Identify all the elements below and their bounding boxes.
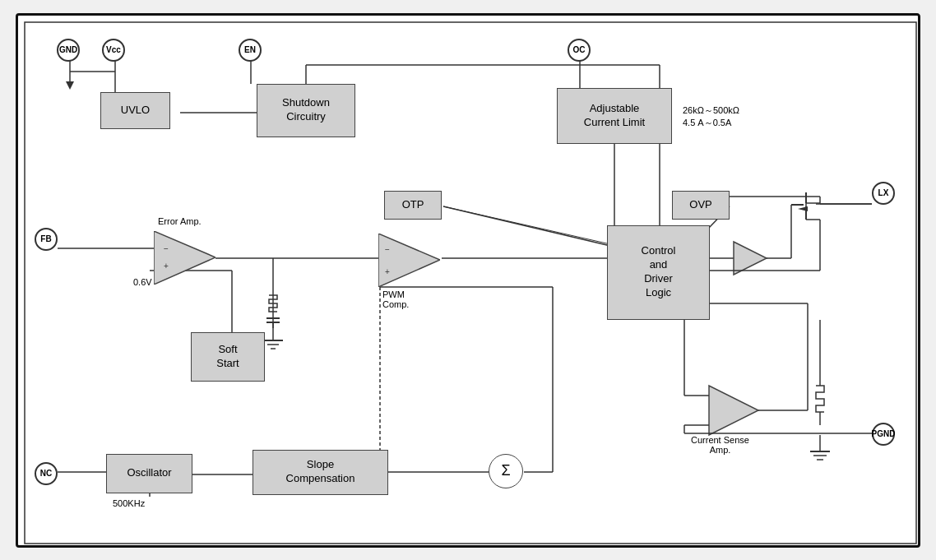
- pin-lx: LX: [872, 182, 895, 205]
- svg-marker-75: [378, 234, 440, 287]
- block-uvlo: UVLO: [100, 92, 170, 129]
- svg-marker-28: [734, 242, 767, 275]
- svg-marker-72: [154, 231, 215, 285]
- pin-lx-label: LX: [878, 188, 889, 197]
- svg-line-11: [443, 206, 610, 246]
- svg-line-61: [443, 206, 610, 244]
- pin-fb-label: FB: [40, 234, 51, 243]
- pin-nc-label: NC: [40, 469, 52, 478]
- pin-nc: NC: [35, 462, 58, 485]
- label-freq: 500KHz: [113, 498, 145, 508]
- block-ctrl-logic: Control and Driver Logic: [607, 225, 710, 320]
- svg-text:+: +: [385, 267, 390, 276]
- summer-block: Σ: [489, 454, 523, 488]
- pin-pgnd-label: PGND: [872, 429, 896, 438]
- pin-oc-label: OC: [573, 45, 586, 54]
- block-adj-current: Adjustable Current Limit: [557, 88, 672, 144]
- block-oscillator: Oscillator: [106, 454, 192, 493]
- svg-marker-37: [798, 206, 808, 211]
- block-otp: OTP: [384, 191, 442, 220]
- pin-vcc: Vcc: [102, 39, 125, 62]
- pin-en-label: EN: [244, 45, 256, 54]
- circuit-diagram: GND Vcc EN OC FB LX PGND NC UVLO Shutdow…: [16, 13, 920, 548]
- pin-en: EN: [239, 39, 262, 62]
- pin-oc: OC: [568, 39, 591, 62]
- svg-text:−: −: [385, 245, 390, 254]
- block-slope-comp: Slope Compensation: [253, 450, 388, 495]
- error-amp-svg: − +: [154, 231, 215, 285]
- pin-pgnd: PGND: [872, 423, 895, 446]
- pwm-comp: − + PWMComp.: [378, 234, 440, 287]
- svg-marker-2: [66, 81, 74, 90]
- block-shutdown: Shutdown Circuitry: [257, 84, 355, 137]
- pin-vcc-label: Vcc: [106, 45, 121, 54]
- pin-gnd-label: GND: [59, 45, 77, 54]
- block-ovp: OVP: [672, 191, 730, 220]
- label-error-amp: Error Amp.: [158, 216, 202, 226]
- label-current-sense: Current SenseAmp.: [691, 435, 749, 455]
- pin-fb: FB: [35, 228, 58, 251]
- label-resistance: 26kΩ～500kΩ 4.5 A～0.5A: [683, 104, 739, 129]
- label-ref-voltage: 0.6V: [133, 277, 152, 287]
- error-amp: − + Error Amp.: [154, 231, 215, 285]
- block-soft-start: Soft Start: [191, 332, 265, 382]
- label-pwm-comp: PWMComp.: [382, 289, 409, 309]
- svg-marker-43: [709, 386, 758, 435]
- pin-gnd: GND: [57, 39, 80, 62]
- svg-text:+: +: [164, 261, 169, 271]
- svg-text:−: −: [164, 244, 169, 253]
- pwm-comp-svg: − +: [378, 234, 440, 287]
